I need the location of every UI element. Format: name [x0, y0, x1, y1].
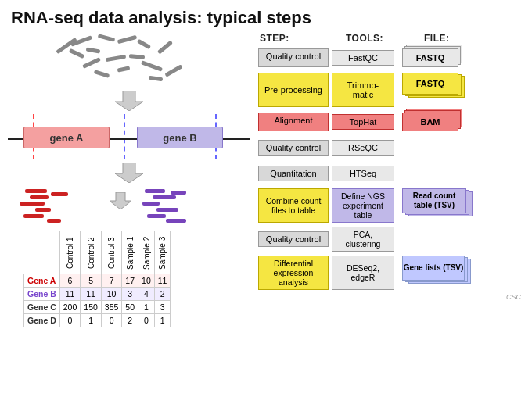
svg-marker-2 [110, 192, 131, 209]
row-quality-control-1: Quality control FastQC FASTQ [258, 47, 524, 69]
tool-define-ngs: Define NGS experiment table [332, 188, 394, 223]
table-cell: 6 [59, 274, 81, 288]
tool-htseq: HTSeq [332, 166, 394, 181]
colored-reads-area [8, 184, 250, 227]
gene-name-cell: Gene D [24, 314, 60, 327]
step-preprocessing: Pre-processing [258, 73, 329, 107]
gene-name-cell: Gene C [24, 301, 60, 314]
arrow-down-1 [8, 91, 250, 111]
col-sample2: Sample 2 [138, 231, 155, 274]
step-differential: Differential expression analysis [258, 256, 329, 290]
table-cell: 17 [122, 274, 138, 288]
tool-tophat: TopHat [332, 114, 394, 130]
table-cell: 0 [101, 314, 122, 327]
count-table: Control 1 Control 2 Control 3 Sample 1 S… [23, 231, 171, 327]
col-sample3: Sample 3 [154, 231, 171, 274]
table-cell: 0 [59, 314, 81, 327]
right-panel: STEP: TOOLS: FILE: Quality control FastQ… [258, 33, 524, 327]
table-cell: 1 [154, 314, 171, 327]
tool-trimmomatic: Trimmo-matic [332, 73, 394, 107]
tool-rseqc: RSeQC [332, 140, 394, 156]
table-cell: 355 [101, 301, 122, 314]
gene-a-label: gene A [50, 132, 84, 144]
tool-deseq2: DESeq2, edgeR [332, 256, 394, 290]
svg-marker-0 [115, 91, 143, 111]
table-row: Gene C2001503555013 [24, 301, 171, 314]
tool-pca: PCA, clustering [332, 227, 394, 252]
table-cell: 11 [59, 288, 81, 301]
header-tools: TOOLS: [346, 33, 424, 44]
table-cell: 150 [81, 301, 102, 314]
step-combine: Combine count files to table [258, 188, 329, 223]
file-bam: BAM [402, 113, 458, 131]
step-quality-control-3: Quality control [258, 231, 329, 247]
col-control2: Control 2 [81, 231, 102, 274]
table-cell: 50 [122, 301, 138, 314]
col-sample1: Sample 1 [122, 231, 138, 274]
table-cell: 7 [101, 274, 122, 288]
table-cell: 3 [122, 288, 138, 301]
row-alignment: Alignment TopHat BAM [258, 111, 524, 133]
csc-label: CSC [258, 293, 524, 301]
step-quality-control-1: Quality control [258, 48, 329, 67]
reads-area [8, 33, 250, 88]
row-quality-control-2: Quality control RSeQC [258, 137, 524, 159]
svg-marker-1 [115, 163, 143, 183]
row-preprocessing: Pre-processing Trimmo-matic FASTQ [258, 73, 524, 107]
col-control1: Control 1 [59, 231, 81, 274]
table-row: Gene A657171011 [24, 274, 171, 288]
table-cell: 2 [122, 314, 138, 327]
table-cell: 1 [138, 301, 155, 314]
page-title: RNA-seq data analysis: typical steps [0, 0, 532, 33]
row-combine: Combine count files to table Define NGS … [258, 188, 524, 223]
step-quantitation: Quantitation [258, 166, 329, 181]
table-cell: 11 [81, 288, 102, 301]
table-cell: 2 [154, 288, 171, 301]
gene-a-box: gene A [23, 127, 110, 148]
count-table-container: Control 1 Control 2 Control 3 Sample 1 S… [8, 231, 250, 327]
genome-track: gene A gene B [8, 114, 250, 159]
table-cell: 11 [154, 274, 171, 288]
table-cell: 10 [138, 274, 155, 288]
table-cell: 3 [154, 301, 171, 314]
gene-name-cell: Gene A [24, 274, 60, 288]
table-cell: 1 [81, 314, 102, 327]
table-row: Gene D010201 [24, 314, 171, 327]
table-cell: 4 [138, 288, 155, 301]
arrow-down-small [110, 192, 131, 213]
col-control3: Control 3 [101, 231, 122, 274]
row-differential: Differential expression analysis DESeq2,… [258, 256, 524, 290]
header-step: STEP: [260, 33, 346, 44]
table-cell: 10 [101, 288, 122, 301]
gene-b-label: gene B [163, 132, 196, 144]
table-cell: 200 [59, 301, 81, 314]
arrow-down-2 [8, 163, 250, 183]
tool-fastqc: FastQC [332, 50, 394, 66]
row-quantitation: Quantitation HTSeq [258, 163, 524, 184]
left-panel: gene A gene B [8, 33, 250, 327]
table-cell: 5 [81, 274, 102, 288]
step-alignment: Alignment [258, 113, 329, 131]
file-fastq-1: FASTQ [402, 48, 458, 67]
gene-b-box: gene B [137, 127, 223, 148]
table-row: Gene B111110342 [24, 288, 171, 301]
gene-name-cell: Gene B [24, 288, 60, 301]
row-quality-control-3: Quality control PCA, clustering [258, 227, 524, 252]
step-quality-control-2: Quality control [258, 140, 329, 156]
step-headers: STEP: TOOLS: FILE: [258, 33, 524, 44]
table-cell: 0 [138, 314, 155, 327]
header-file: FILE: [424, 33, 502, 44]
